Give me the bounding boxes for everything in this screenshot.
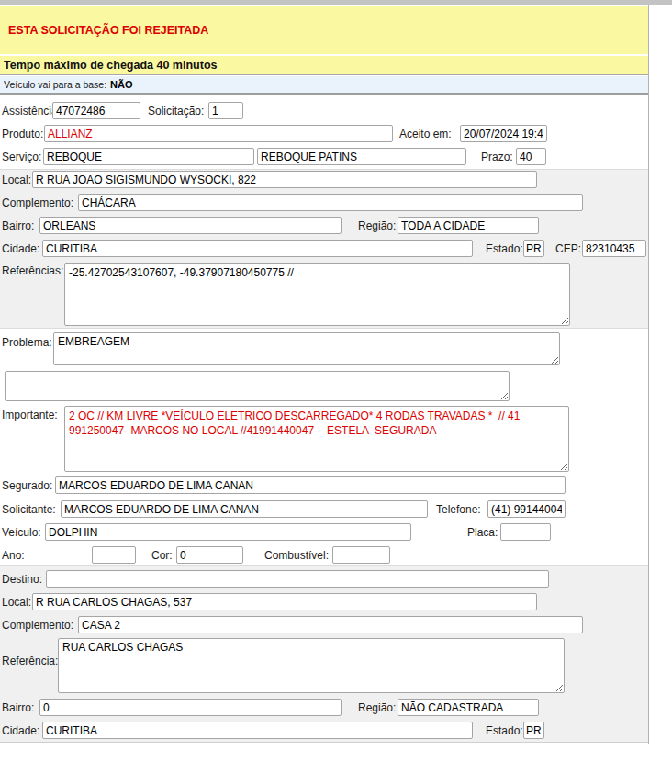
cep-input[interactable] <box>582 240 646 257</box>
veiculo-label: Veículo: <box>2 526 41 539</box>
importante-textarea[interactable]: 2 OC // KM LIVRE *VEÍCULO ELETRICO DESCA… <box>64 406 569 472</box>
cor-input[interactable] <box>176 546 243 564</box>
aceito-em-input[interactable] <box>460 125 547 142</box>
bairro-input[interactable] <box>39 217 342 234</box>
solicitante-input[interactable] <box>61 500 428 518</box>
cidade-label: Cidade: <box>2 242 39 255</box>
cep-label: CEP: <box>555 242 581 255</box>
regiao-label: Região: <box>358 219 396 232</box>
destino-label: Destino: <box>2 573 42 586</box>
destino-cidade-input[interactable] <box>42 722 473 739</box>
estado-input[interactable] <box>523 240 544 257</box>
segurado-input[interactable] <box>55 476 566 494</box>
destino-referencia-textarea[interactable]: RUA CARLOS CHAGAS <box>58 638 565 693</box>
segurado-label: Segurado: <box>2 479 52 492</box>
observacao-extra-textarea[interactable] <box>5 371 510 401</box>
referencias-label: Referências: <box>2 264 63 277</box>
combustivel-input[interactable] <box>332 546 390 564</box>
referencias-textarea[interactable]: -25.42702543107607, -49.37907180450775 /… <box>64 263 570 326</box>
produto-label: Produto: <box>2 128 43 140</box>
regiao-input[interactable] <box>398 217 539 234</box>
problema-label: Problema: <box>2 336 52 349</box>
destino-local-label: Local: <box>2 596 31 609</box>
destino-bairro-label: Bairro: <box>2 701 34 714</box>
telefone-input[interactable] <box>487 500 566 518</box>
destino-estado-input[interactable] <box>523 722 544 739</box>
estado-label: Estado: <box>486 242 523 255</box>
request-form-panel: Assistência: Solicitação: Produto: Aceit… <box>0 5 649 744</box>
destino-local-input[interactable] <box>32 593 537 610</box>
servico-tipo-input[interactable] <box>257 148 466 165</box>
bairro-label: Bairro: <box>2 219 34 232</box>
destino-regiao-label: Região: <box>358 701 396 714</box>
servico-label: Serviço: <box>2 151 41 163</box>
destino-estado-label: Estado: <box>486 724 523 737</box>
prazo-input[interactable] <box>516 148 546 165</box>
assistencia-input[interactable] <box>52 102 140 119</box>
destino-complemento-input[interactable] <box>78 616 583 633</box>
cor-label: Cor: <box>151 549 173 562</box>
solicitante-label: Solicitante: <box>2 503 56 516</box>
veiculo-input[interactable] <box>45 523 411 541</box>
telefone-label: Telefone: <box>436 503 481 516</box>
solicitacao-label: Solicitação: <box>148 105 204 118</box>
destino-referencia-label: Referência: <box>2 655 58 667</box>
aceito-em-label: Aceito em: <box>399 128 452 140</box>
ano-input[interactable] <box>92 546 136 564</box>
prazo-label: Prazo: <box>481 151 513 163</box>
destino-regiao-input[interactable] <box>398 699 539 716</box>
page: ESTA SOLICITAÇÃO FOI REJEITADA Tempo máx… <box>0 0 672 784</box>
local-label: Local: <box>2 174 31 186</box>
destino-input[interactable] <box>46 570 549 588</box>
combustivel-label: Combustível: <box>264 549 329 562</box>
produto-input[interactable] <box>44 125 393 142</box>
destino-cidade-label: Cidade: <box>2 724 39 737</box>
destino-bairro-input[interactable] <box>39 699 342 716</box>
servico-input[interactable] <box>43 148 254 165</box>
complemento-input[interactable] <box>78 194 583 211</box>
complemento-label: Complemento: <box>2 196 73 209</box>
local-input[interactable] <box>32 171 537 188</box>
placa-input[interactable] <box>500 523 551 541</box>
cidade-input[interactable] <box>42 240 473 257</box>
importante-label: Importante: <box>2 409 58 421</box>
ano-label: Ano: <box>2 549 25 562</box>
solicitacao-input[interactable] <box>208 102 243 119</box>
destino-complemento-label: Complemento: <box>2 619 73 632</box>
problema-textarea[interactable]: EMBREAGEM <box>53 332 560 365</box>
placa-label: Placa: <box>467 526 498 539</box>
